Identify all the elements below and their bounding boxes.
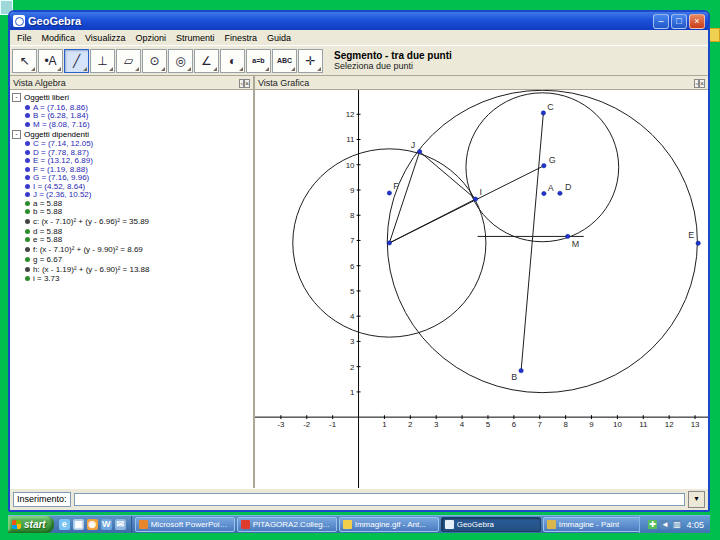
point-A[interactable]	[542, 191, 546, 195]
algebra-item[interactable]: h: (x - 1.19)² + (y - 6.90)² = 13.88	[12, 264, 253, 275]
move-view-tool[interactable]: ✛	[298, 49, 323, 73]
conic-tool[interactable]: ◎	[168, 49, 193, 73]
volume-icon[interactable]: ◄	[660, 520, 669, 529]
text-tool[interactable]: ABC	[272, 49, 297, 73]
object-color-dot[interactable]	[25, 122, 30, 127]
object-color-dot[interactable]	[25, 201, 30, 206]
object-color-dot[interactable]	[25, 175, 30, 180]
panel-close-icon[interactable]: ×	[699, 79, 705, 88]
object-color-dot[interactable]	[25, 219, 30, 224]
media-player-icon[interactable]: ◉	[87, 519, 98, 530]
new-point-tool[interactable]: •A	[38, 49, 63, 73]
polygon-tool[interactable]: ▱	[116, 49, 141, 73]
start-button[interactable]: start	[8, 516, 54, 533]
taskbar-button[interactable]: PITAGORA2.Colleg...	[237, 517, 337, 532]
object-color-dot[interactable]	[25, 150, 30, 155]
tool-dropdown-arrow-icon[interactable]	[161, 67, 165, 71]
minimize-button[interactable]: –	[653, 14, 669, 29]
algebra-item[interactable]: i = 3.73	[12, 275, 253, 284]
tool-dropdown-arrow-icon[interactable]	[31, 67, 35, 71]
tool-dropdown-arrow-icon[interactable]	[83, 67, 87, 71]
algebra-item[interactable]: d = 5.88	[12, 227, 253, 236]
perpendicular-line-tool[interactable]: ⊥	[90, 49, 115, 73]
algebra-item[interactable]: g = 6.67	[12, 255, 253, 264]
point-G[interactable]	[542, 164, 546, 168]
tool-dropdown-arrow-icon[interactable]	[291, 67, 295, 71]
algebra-item[interactable]: M = (8.08, 7.16)	[12, 120, 253, 129]
taskbar-button[interactable]: Immagine - Paint	[543, 517, 640, 532]
taskbar-button[interactable]: GeoGebra	[441, 517, 541, 532]
object-color-dot[interactable]	[25, 229, 30, 234]
graphics-canvas[interactable]: -3-2-112345678910111213123456789101112AB…	[255, 90, 708, 488]
point-I[interactable]	[473, 197, 477, 201]
object-color-dot[interactable]	[25, 113, 30, 118]
algebra-section-header[interactable]: -Oggetti dipendenti	[12, 130, 253, 139]
tool-dropdown-arrow-icon[interactable]	[135, 67, 139, 71]
algebra-section-header[interactable]: -Oggetti liberi	[12, 93, 253, 102]
slider-tool[interactable]: a=b	[246, 49, 271, 73]
object-color-dot[interactable]	[25, 184, 30, 189]
clock[interactable]: 4:05	[686, 520, 704, 530]
menu-guida[interactable]: Guida	[262, 33, 296, 43]
menu-strumenti[interactable]: Strumenti	[171, 33, 220, 43]
object-color-dot[interactable]	[25, 257, 30, 262]
object-color-dot[interactable]	[25, 247, 30, 252]
point-E[interactable]	[696, 241, 700, 245]
angle-tool[interactable]: ∠	[194, 49, 219, 73]
algebra-item[interactable]: I = (4.52, 8.64)	[12, 182, 253, 191]
algebra-item[interactable]: c: (x - 7.10)² + (y - 6.96)² = 35.89	[12, 216, 253, 227]
collapse-icon[interactable]: -	[12, 93, 21, 102]
tool-dropdown-arrow-icon[interactable]	[57, 67, 61, 71]
move-tool[interactable]: ↖	[12, 49, 37, 73]
reflect-tool[interactable]: ◐	[220, 49, 245, 73]
network-icon[interactable]: ▥	[672, 520, 681, 529]
object-color-dot[interactable]	[25, 209, 30, 214]
menu-visualizza[interactable]: Visualizza	[80, 33, 130, 43]
menu-finestra[interactable]: Finestra	[219, 33, 262, 43]
object-color-dot[interactable]	[25, 192, 30, 197]
tool-dropdown-arrow-icon[interactable]	[265, 67, 269, 71]
word-icon[interactable]: W	[101, 519, 112, 530]
taskbar-button[interactable]: Microsoft PowerPoint ...	[135, 517, 235, 532]
object-color-dot[interactable]	[25, 105, 30, 110]
internet-explorer-icon[interactable]: e	[59, 519, 70, 530]
algebra-item[interactable]: a = 5.88	[12, 199, 253, 208]
input-options-button[interactable]: ▾	[688, 491, 705, 508]
segment-tool[interactable]: ╱	[64, 49, 89, 73]
antivirus-icon[interactable]: ✚	[648, 520, 657, 529]
algebra-item[interactable]: A = (7.16, 8.86)	[12, 103, 253, 112]
tool-dropdown-arrow-icon[interactable]	[213, 67, 217, 71]
algebra-item[interactable]: C = (7.14, 12.05)	[12, 140, 253, 149]
algebra-item[interactable]: G = (7.16, 9.96)	[12, 174, 253, 183]
point-B[interactable]	[519, 369, 523, 373]
object-color-dot[interactable]	[25, 237, 30, 242]
object-color-dot[interactable]	[25, 158, 30, 163]
panel-close-icon[interactable]: ×	[244, 79, 250, 88]
point-F[interactable]	[387, 191, 391, 195]
tool-dropdown-arrow-icon[interactable]	[109, 67, 113, 71]
menu-opzioni[interactable]: Opzioni	[130, 33, 171, 43]
point[interactable]	[387, 241, 391, 245]
mail-icon[interactable]: ✉	[115, 519, 126, 530]
point-J[interactable]	[417, 149, 421, 153]
command-input[interactable]	[74, 493, 685, 506]
algebra-item[interactable]: e = 5.88	[12, 236, 253, 245]
collapse-icon[interactable]: -	[12, 130, 21, 139]
algebra-item[interactable]: J = (2.36, 10.52)	[12, 191, 253, 200]
tool-dropdown-arrow-icon[interactable]	[187, 67, 191, 71]
algebra-item[interactable]: F = (1.19, 8.88)	[12, 165, 253, 174]
menu-modifica[interactable]: Modifica	[37, 33, 81, 43]
algebra-item[interactable]: E = (13.12, 6.89)	[12, 157, 253, 166]
point-D[interactable]	[558, 191, 562, 195]
titlebar[interactable]: GeoGebra – □ ×	[10, 12, 708, 30]
point-M[interactable]	[566, 234, 570, 238]
object-color-dot[interactable]	[25, 276, 30, 281]
point-C[interactable]	[541, 111, 545, 115]
algebra-item[interactable]: b = 5.88	[12, 208, 253, 217]
algebra-item[interactable]: f: (x - 7.10)² + (y - 9.90)² = 8.69	[12, 244, 253, 255]
algebra-item[interactable]: B = (6.28, 1.84)	[12, 112, 253, 121]
algebra-item[interactable]: D = (7.78, 8.87)	[12, 148, 253, 157]
object-color-dot[interactable]	[25, 141, 30, 146]
object-color-dot[interactable]	[25, 267, 30, 272]
maximize-button[interactable]: □	[671, 14, 687, 29]
